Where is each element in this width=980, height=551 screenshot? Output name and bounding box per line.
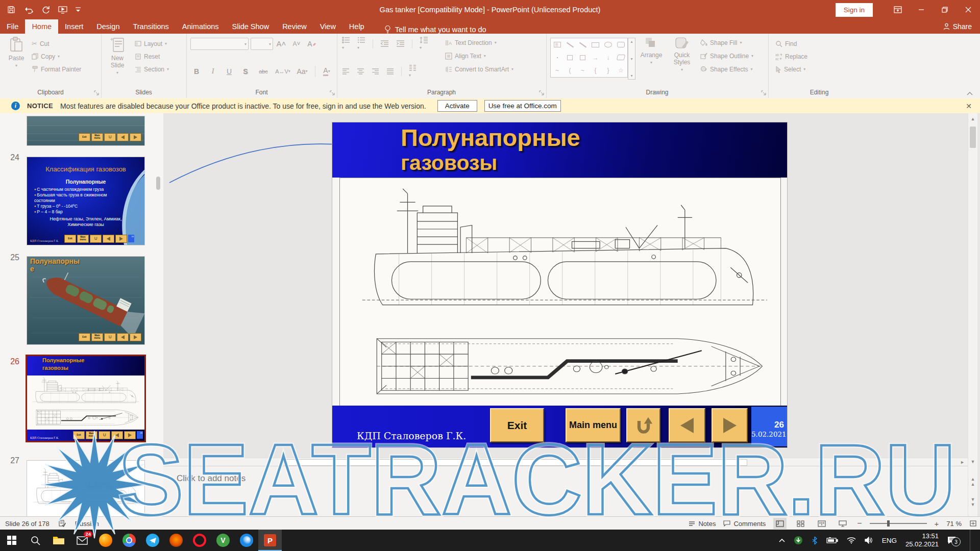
tab-design[interactable]: Design [90, 19, 126, 34]
scroll-up-icon[interactable]: ▲ [968, 116, 977, 121]
convert-to-smartart-button[interactable]: Convert to SmartArt▾ [445, 63, 513, 75]
blue-app-button[interactable] [235, 530, 258, 551]
notes-pane[interactable]: Click to add notes [163, 466, 968, 517]
elbow-arrow-shape-icon[interactable] [576, 51, 589, 64]
keyboard-language-indicator[interactable]: ENG [882, 537, 897, 544]
zoom-slider[interactable] [870, 523, 927, 524]
scribble-shape-icon[interactable]: ~ [551, 64, 564, 77]
previous-slide-icon[interactable]: ▲▲ [968, 477, 977, 487]
right-brace-shape-icon[interactable]: } [602, 64, 615, 77]
italic-button[interactable]: I [208, 66, 218, 77]
select-button[interactable]: Select▾ [775, 63, 805, 75]
close-button[interactable] [957, 0, 980, 19]
underline-button[interactable]: U [224, 66, 234, 77]
notes-placeholder[interactable]: Click to add notes [177, 473, 246, 484]
tab-slide-show[interactable]: Slide Show [226, 19, 276, 34]
text-shadow-button[interactable]: S [240, 66, 251, 77]
prev-button[interactable] [103, 235, 114, 243]
shapes-more-icon[interactable]: ▾ [630, 73, 632, 78]
arc-shape-icon[interactable]: ( [564, 64, 576, 77]
copy-button[interactable]: Copy▾ [32, 51, 60, 62]
tab-view[interactable]: View [313, 19, 342, 34]
align-right-button[interactable] [372, 68, 379, 74]
shape-outline-button[interactable]: Shape Outline▾ [700, 50, 753, 62]
tab-file[interactable]: File [0, 19, 25, 34]
slide-editing-area[interactable]: Полунапорные газовозы КДП Сталоверов Г.К… [163, 113, 968, 458]
increase-indent-button[interactable] [396, 40, 405, 47]
slide-counter[interactable]: Slide 26 of 178 [5, 520, 50, 528]
shape-effects-button[interactable]: Shape Effects▾ [700, 63, 753, 75]
clipboard-dialog-launcher-icon[interactable] [94, 90, 99, 95]
next-button[interactable] [115, 235, 127, 243]
font-color-button[interactable]: A▾ [315, 66, 334, 77]
zoom-level[interactable]: 71 % [946, 520, 962, 528]
notes-toggle[interactable]: Notes [689, 520, 716, 528]
scroll-down-icon[interactable]: ▼ [968, 459, 977, 464]
show-desktop-strip[interactable] [970, 530, 973, 551]
paste-button[interactable]: Paste▾ [3, 37, 30, 68]
rectangle-shape-icon[interactable] [589, 38, 602, 51]
vertical-scrollbar-thumb[interactable] [970, 127, 976, 148]
file-explorer-button[interactable] [47, 530, 70, 551]
start-button[interactable] [0, 530, 23, 551]
notice-close-icon[interactable]: ✕ [966, 102, 972, 110]
thumbnail-slide-23[interactable]: Exit Main menu ∪ [27, 116, 144, 145]
line-shape-icon[interactable] [564, 38, 576, 51]
flowchart-shape-icon[interactable] [615, 51, 627, 64]
line-spacing-button[interactable]: ▾ [420, 37, 428, 51]
exit-button[interactable]: Exit [79, 133, 90, 141]
battery-tray-icon[interactable] [826, 537, 838, 544]
tab-help[interactable]: Help [342, 19, 371, 34]
left-brace-shape-icon[interactable]: { [589, 64, 602, 77]
next-button[interactable] [712, 408, 748, 442]
shrink-font-button[interactable]: A˅ [291, 38, 302, 49]
zoom-out-icon[interactable]: − [857, 519, 862, 528]
character-spacing-button[interactable]: A↔V▾ [276, 66, 289, 77]
shape-fill-button[interactable]: Shape Fill▾ [700, 37, 742, 48]
telegram-button[interactable] [141, 530, 164, 551]
mail-button[interactable]: 24 [70, 530, 94, 551]
ship-technical-drawing[interactable] [339, 178, 781, 407]
arrange-button[interactable]: Arrange▾ [638, 37, 665, 65]
exit-button[interactable]: Exit [64, 235, 76, 243]
shapes-gallery[interactable]: → ↓ ~ ( ~ { } ☆ [550, 38, 628, 78]
cut-button[interactable]: ✂ Cut [32, 38, 50, 49]
volume-tray-icon[interactable] [865, 537, 873, 544]
use-free-button[interactable]: Use free at Office.com [484, 100, 561, 112]
share-button[interactable]: Share [943, 19, 972, 34]
save-icon[interactable] [7, 6, 15, 14]
return-button[interactable]: ∪ [99, 431, 110, 439]
green-v-app-button[interactable]: V [211, 530, 235, 551]
prev-button[interactable] [111, 431, 123, 439]
tray-chevron-up-icon[interactable] [779, 538, 785, 542]
next-button[interactable] [130, 133, 141, 141]
next-button[interactable] [130, 333, 141, 341]
right-arrow-shape-icon[interactable]: → [589, 51, 602, 64]
bluetooth-tray-icon[interactable] [812, 536, 818, 545]
undo-icon[interactable]: ▾ [23, 6, 34, 14]
horizontal-scrollbar-thumb[interactable] [284, 459, 747, 466]
layout-button[interactable]: Layout▾ [135, 38, 167, 49]
zoom-slider-thumb[interactable] [887, 520, 890, 527]
idm-tray-icon[interactable] [794, 536, 803, 545]
ribbon-display-options-icon[interactable] [886, 0, 910, 19]
restore-button[interactable] [933, 0, 957, 19]
align-text-button[interactable]: Align Text▾ [445, 50, 486, 62]
change-case-button[interactable]: Aa▾ [296, 66, 309, 77]
find-button[interactable]: Find [775, 38, 797, 49]
tab-review[interactable]: Review [276, 19, 313, 34]
main-menu-button[interactable]: Main menu [566, 408, 621, 442]
columns-button[interactable]: ▾ [409, 65, 416, 78]
numbering-button[interactable]: ▾ [357, 37, 365, 51]
next-button[interactable] [124, 431, 136, 439]
redo-icon[interactable] [42, 6, 50, 14]
oval-shape-icon[interactable] [602, 38, 615, 51]
clear-formatting-button[interactable]: A [307, 38, 317, 49]
align-center-button[interactable] [357, 68, 364, 74]
return-button[interactable]: ∪ [104, 333, 116, 341]
notification-center-icon[interactable]: 3 [947, 536, 956, 544]
customize-qat-icon[interactable] [76, 7, 81, 13]
scroll-right-icon[interactable]: ► [960, 460, 965, 465]
language-indicator[interactable]: Russian [75, 520, 99, 528]
thumbnail-slide-24[interactable]: Классификация газовозов Полунапорные С ч… [27, 157, 144, 245]
